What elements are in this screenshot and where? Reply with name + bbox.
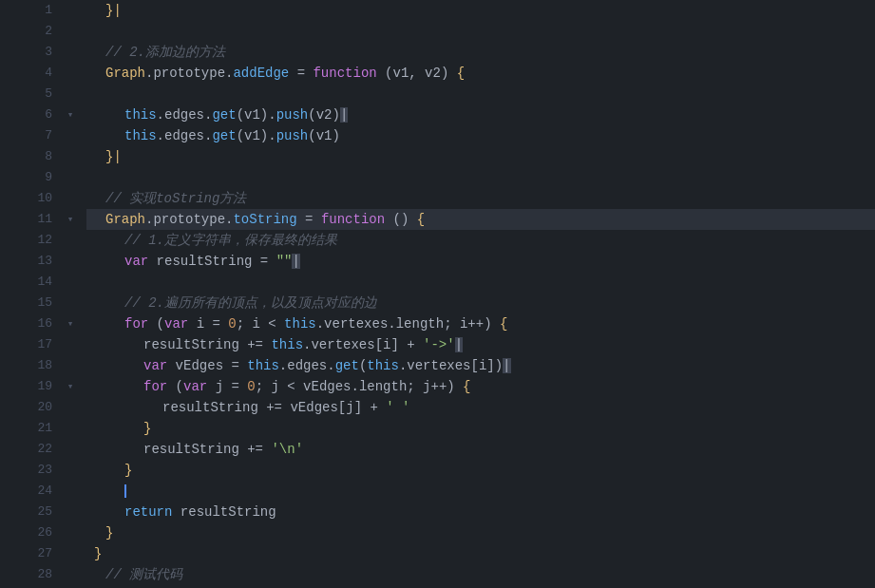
line-num-10: 10: [0, 188, 52, 209]
line-num-19: 19: [0, 376, 52, 397]
fold-27: [62, 543, 79, 564]
fold-15: [62, 293, 79, 313]
line-num-15: 15: [0, 293, 52, 313]
fold-24: [62, 481, 79, 502]
line-num-13: 13: [0, 251, 52, 272]
fold-28: [62, 564, 79, 585]
fold-22: [62, 439, 79, 460]
code-line-23: }: [86, 460, 875, 481]
code-line-20: resultString += vEdges[j] + ' ': [86, 397, 875, 418]
line-numbers: 1 2 3 4 5 6 7 8 9 10 11 12 13 14 15 16 1…: [0, 0, 62, 588]
code-line-9: [86, 167, 875, 188]
code-line-4: Graph.prototype.addEdge = function (v1, …: [86, 63, 875, 84]
code-line-28: // 测试代码: [86, 564, 875, 585]
line-num-2: 2: [0, 21, 52, 42]
line-num-1: 1: [0, 0, 52, 21]
code-line-8: }|: [86, 146, 875, 167]
fold-11[interactable]: ▾: [62, 209, 79, 230]
fold-21: [62, 418, 79, 439]
line-num-28: 28: [0, 564, 52, 585]
fold-gutter: ▾ ▾ ▾ ▾: [62, 0, 79, 588]
line-num-6: 6: [0, 104, 52, 125]
code-editor[interactable]: 1 2 3 4 5 6 7 8 9 10 11 12 13 14 15 16 1…: [0, 0, 875, 588]
line-num-16: 16: [0, 313, 52, 334]
code-content[interactable]: }| // 2.添加边的方法 Graph.prototype.addEdge =…: [79, 0, 875, 588]
code-line-24: [86, 481, 875, 502]
line-num-22: 22: [0, 439, 52, 460]
fold-26: [62, 522, 79, 543]
fold-4: [62, 63, 79, 84]
code-line-1: }|: [86, 0, 875, 21]
code-line-26: }: [86, 522, 875, 543]
fold-8: [62, 146, 79, 167]
fold-3: [62, 42, 79, 63]
line-num-9: 9: [0, 167, 52, 188]
line-num-8: 8: [0, 146, 52, 167]
code-line-3: // 2.添加边的方法: [86, 42, 875, 63]
line-num-14: 14: [0, 272, 52, 293]
line-num-23: 23: [0, 460, 52, 481]
code-line-21: }: [86, 418, 875, 439]
code-line-12: // 1.定义字符串，保存最终的结果: [86, 230, 875, 251]
code-line-13: var resultString = ""|: [86, 251, 875, 272]
code-line-16: for (var i = 0; i < this.vertexes.length…: [86, 313, 875, 334]
line-num-20: 20: [0, 397, 52, 418]
fold-16[interactable]: ▾: [62, 313, 79, 334]
code-line-10: // 实现toString方法: [86, 188, 875, 209]
code-line-25: return resultString: [86, 502, 875, 522]
fold-14: [62, 272, 79, 293]
code-line-11: Graph.prototype.toString = function () {: [86, 209, 875, 230]
fold-20: [62, 397, 79, 418]
line-num-17: 17: [0, 334, 52, 355]
fold-2: [62, 21, 79, 42]
line-num-24: 24: [0, 481, 52, 502]
fold-9: [62, 167, 79, 188]
code-line-14: [86, 272, 875, 293]
fold-18: [62, 355, 79, 376]
fold-23: [62, 460, 79, 481]
code-line-15: // 2.遍历所有的顶点，以及顶点对应的边: [86, 293, 875, 313]
code-line-27: }: [86, 543, 875, 564]
code-line-19: for (var j = 0; j < vEdges.length; j++) …: [86, 376, 875, 397]
line-num-7: 7: [0, 125, 52, 146]
line-num-5: 5: [0, 84, 52, 104]
code-line-6: this.edges.get(v1).push(v2)|: [86, 104, 875, 125]
line-num-4: 4: [0, 63, 52, 84]
fold-12: [62, 230, 79, 251]
fold-13: [62, 251, 79, 272]
line-num-3: 3: [0, 42, 52, 63]
fold-17: [62, 334, 79, 355]
fold-25: [62, 502, 79, 522]
line-num-11: 11: [0, 209, 52, 230]
line-num-12: 12: [0, 230, 52, 251]
line-num-26: 26: [0, 522, 52, 543]
fold-10: [62, 188, 79, 209]
fold-5: [62, 84, 79, 104]
code-line-22: resultString += '\n': [86, 439, 875, 460]
code-line-7: this.edges.get(v1).push(v1): [86, 125, 875, 146]
code-line-2: [86, 21, 875, 42]
line-num-21: 21: [0, 418, 52, 439]
code-line-17: resultString += this.vertexes[i] + '->'|: [86, 334, 875, 355]
line-num-18: 18: [0, 355, 52, 376]
code-line-18: var vEdges = this.edges.get(this.vertexe…: [86, 355, 875, 376]
fold-1: [62, 0, 79, 21]
line-num-27: 27: [0, 543, 52, 564]
code-line-5: [86, 84, 875, 104]
fold-7: [62, 125, 79, 146]
fold-6[interactable]: ▾: [62, 104, 79, 125]
fold-19[interactable]: ▾: [62, 376, 79, 397]
line-num-25: 25: [0, 502, 52, 522]
